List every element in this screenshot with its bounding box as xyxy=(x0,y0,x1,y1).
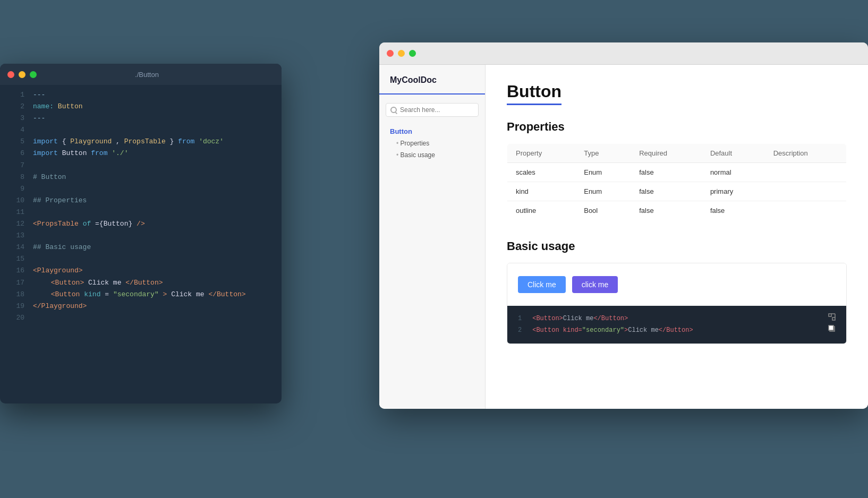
code-line: 1 --- xyxy=(0,89,282,101)
prop-required: false xyxy=(631,201,702,220)
code-line: 7 xyxy=(0,160,282,171)
sidebar-item-properties[interactable]: Properties xyxy=(379,138,485,149)
code-line: 4 xyxy=(0,124,282,136)
prop-name: scales xyxy=(507,163,576,182)
prop-required: false xyxy=(631,182,702,201)
prop-default: false xyxy=(702,201,765,220)
sidebar-item-button[interactable]: Button xyxy=(379,125,485,138)
doc-sidebar: MyCoolDoc Button Properties Basic usage xyxy=(379,65,486,409)
prop-type: Bool xyxy=(575,201,631,220)
svg-rect-0 xyxy=(829,314,831,316)
usage-preview: Click me click me xyxy=(507,263,846,306)
browser-close-button[interactable] xyxy=(387,50,394,57)
code-line: 20 xyxy=(0,312,282,324)
expand-icon[interactable] xyxy=(828,313,836,321)
basic-usage-section-title: Basic usage xyxy=(507,239,847,253)
browser-minimize-button[interactable] xyxy=(398,50,405,57)
col-header-required: Required xyxy=(631,144,702,163)
col-header-description: Description xyxy=(765,144,847,163)
code-line: 5 import { Playground , PropsTable } fro… xyxy=(0,136,282,148)
code-line: 16 <Playground> xyxy=(0,265,282,277)
prop-description xyxy=(765,201,847,220)
search-input[interactable] xyxy=(400,106,474,114)
doc-main: Button Properties Property Type Required… xyxy=(486,65,868,409)
editor-title: ./Button xyxy=(135,71,159,79)
prop-type: Enum xyxy=(575,182,631,201)
prop-name: kind xyxy=(507,182,576,201)
table-row: outline Bool false false xyxy=(507,201,847,220)
prop-default: normal xyxy=(702,163,765,182)
table-row: scales Enum false normal xyxy=(507,163,847,182)
search-box[interactable] xyxy=(386,103,479,117)
sidebar-item-basic-usage[interactable]: Basic usage xyxy=(379,149,485,161)
properties-section-title: Properties xyxy=(507,120,847,134)
prop-type: Enum xyxy=(575,163,631,182)
code-line: 14 ## Basic usage xyxy=(0,242,282,253)
prop-name: outline xyxy=(507,201,576,220)
col-header-type: Type xyxy=(575,144,631,163)
copy-icon[interactable] xyxy=(828,325,836,332)
demo-button-secondary[interactable]: click me xyxy=(572,276,618,293)
browser-titlebar xyxy=(379,42,868,65)
page-title: Button xyxy=(507,82,561,105)
code-line: 19 </Playground> xyxy=(0,300,282,312)
editor-titlebar: ./Button xyxy=(0,64,282,85)
prop-required: false xyxy=(631,163,702,182)
table-row: kind Enum false primary xyxy=(507,182,847,201)
search-icon xyxy=(390,107,397,113)
code-line: 9 xyxy=(0,183,282,195)
editor-minimize-button[interactable] xyxy=(19,71,25,78)
code-line: <Button>Click me</Button> xyxy=(532,313,828,325)
code-line: 17 <Button> Click me </Button> xyxy=(0,277,282,289)
props-table: Property Type Required Default Descripti… xyxy=(507,143,847,220)
code-line: 15 xyxy=(0,253,282,265)
basic-usage-box: Click me click me 1 2 <Button>Click me</… xyxy=(507,263,847,344)
code-line: 2 name: Button xyxy=(0,101,282,113)
sidebar-brand[interactable]: MyCoolDoc xyxy=(379,75,485,95)
code-line: 8 # Button xyxy=(0,171,282,183)
code-line: 18 <Button kind = "secondary" > Click me… xyxy=(0,289,282,300)
svg-rect-1 xyxy=(832,317,835,320)
code-line: <Button kind="secondary">Click me</Butto… xyxy=(532,325,828,337)
editor-close-button[interactable] xyxy=(7,71,14,78)
demo-button-primary[interactable]: Click me xyxy=(518,276,566,293)
code-line-numbers: 1 2 xyxy=(518,313,522,336)
editor-body: 1 --- 2 name: Button 3 --- 4 5 import { … xyxy=(0,85,282,403)
code-line: 12 <PropsTable of ={Button} /> xyxy=(0,218,282,230)
code-line: 13 xyxy=(0,230,282,242)
usage-code: 1 2 <Button>Click me</Button> <Button ki… xyxy=(507,306,846,344)
code-content: <Button>Click me</Button> <Button kind="… xyxy=(532,313,828,336)
prop-description xyxy=(765,163,847,182)
code-line: 10 ## Properties xyxy=(0,195,282,207)
browser-window: MyCoolDoc Button Properties Basic usage … xyxy=(379,42,868,409)
browser-maximize-button[interactable] xyxy=(409,50,416,57)
svg-rect-5 xyxy=(829,325,833,330)
browser-body: MyCoolDoc Button Properties Basic usage … xyxy=(379,65,868,409)
copy-area xyxy=(828,313,836,336)
editor-maximize-button[interactable] xyxy=(30,71,37,78)
code-line: 11 xyxy=(0,207,282,218)
code-line: 3 --- xyxy=(0,113,282,124)
code-line: 6 import Button from './' xyxy=(0,148,282,159)
col-header-property: Property xyxy=(507,144,576,163)
col-header-default: Default xyxy=(702,144,765,163)
prop-default: primary xyxy=(702,182,765,201)
prop-description xyxy=(765,182,847,201)
editor-window: ./Button 1 --- 2 name: Button 3 --- 4 5 … xyxy=(0,64,282,403)
